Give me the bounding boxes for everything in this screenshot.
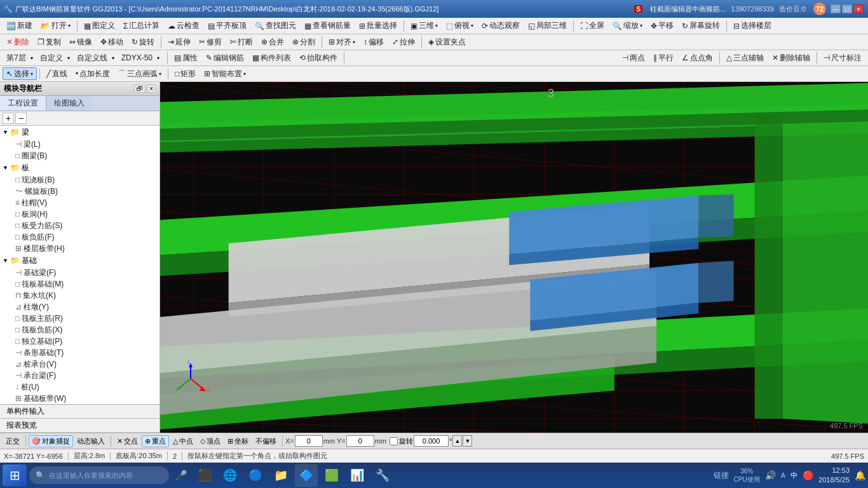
panel-float-button[interactable]: 🗗 — [134, 85, 146, 93]
tree-item-isolated-found[interactable]: □ 独立基础(P) — [0, 336, 159, 347]
tree-item-floor-band[interactable]: ⊞ 楼层板带(H) — [0, 243, 159, 254]
align-button[interactable]: ⊞ 对齐 ▾ — [325, 36, 359, 48]
no-offset-button[interactable]: 不偏移 — [252, 435, 280, 447]
line-button[interactable]: ╱ 直线 — [43, 67, 71, 80]
maximize-button[interactable]: □ — [842, 4, 852, 13]
object-snap-button[interactable]: 🎯 对象捕捉 — [29, 435, 73, 447]
tree-item-slab-hole[interactable]: □ 板洞(H) — [0, 208, 159, 220]
tree-item-pile-cap[interactable]: ⊿ 桩承台(V) — [0, 358, 159, 370]
align-top-button[interactable]: ▤ 平齐板顶 — [204, 20, 250, 32]
endpoint-button[interactable]: ⊕ 重点 — [142, 435, 169, 447]
tree-item-col-cap[interactable]: ≡ 柱帽(V) — [0, 197, 159, 208]
angle-button[interactable]: ∠ 点点角 — [678, 51, 717, 64]
tree-item-spiral-slab[interactable]: 〜 螺旋板(B) — [0, 186, 159, 197]
nav-tab-draw[interactable]: 绘图输入 — [46, 96, 92, 111]
single-element-button[interactable]: 单构件输入 — [0, 405, 159, 419]
section-foundation[interactable]: ▼ 📁 基础 — [0, 254, 159, 267]
y-input[interactable] — [346, 435, 374, 447]
zoom-button[interactable]: 🔍 缩放 ▾ — [609, 20, 646, 32]
tree-item-raft-main-rebar[interactable]: □ 筏板主筋(R) — [0, 313, 159, 324]
spec-selector[interactable]: ZDYX-50 — [118, 51, 156, 64]
clock[interactable]: 12:53 2018/5/25 — [818, 466, 850, 485]
viewport[interactable]: 3 D 2 B Z X Y 497.5 — [160, 82, 868, 433]
element-list-button[interactable]: ▦ 构件列表 — [248, 51, 295, 64]
taskbar-icon-task-view[interactable]: ⬛ — [193, 464, 216, 487]
new-button[interactable]: 🆕 新建 — [3, 20, 36, 32]
intersection-button[interactable]: ✕ 交点 — [114, 435, 141, 447]
break-button[interactable]: ✄ 打断 — [226, 36, 257, 48]
minimize-button[interactable]: — — [831, 4, 841, 13]
dynamic-input-button[interactable]: 动态输入 — [74, 435, 108, 447]
offset-button[interactable]: ↕ 偏移 — [360, 36, 388, 48]
dimension-button[interactable]: ⊣ 尺寸标注 — [820, 51, 865, 64]
taskbar-icon-app1[interactable]: 🔷 — [295, 464, 318, 487]
ime-icon[interactable]: 中 — [790, 471, 797, 480]
x-input[interactable] — [295, 435, 323, 447]
tree-item-pile[interactable]: ↓ 桩(U) — [0, 381, 159, 393]
notification-button[interactable]: 🔔 — [855, 470, 865, 480]
start-button[interactable]: ⊞ — [3, 464, 27, 486]
3d-button[interactable]: ▣ 三维 ▾ — [407, 20, 442, 32]
calc-button[interactable]: Σ 汇总计算 — [119, 20, 163, 32]
tree-item-cap-beam[interactable]: ⊣ 承台梁(F) — [0, 370, 159, 381]
tree-item-found-band[interactable]: ⊞ 基础板带(W) — [0, 393, 159, 404]
dynamic-view-button[interactable]: ⟳ 动态观察 — [478, 20, 524, 32]
close-button[interactable]: × — [853, 4, 864, 13]
pick-element-button[interactable]: ⟲ 抬取构件 — [295, 51, 341, 64]
remove-element-button[interactable]: − — [15, 112, 27, 124]
trim-button[interactable]: ✂ 修剪 — [195, 36, 226, 48]
ortho-button[interactable]: 正交 — [3, 435, 23, 447]
set-grip-button[interactable]: ◈ 设置夹点 — [424, 36, 470, 48]
tree-item-beam-l[interactable]: ⊣ 梁(L) — [0, 139, 159, 150]
property-button[interactable]: ▤ 属性 — [170, 51, 201, 64]
panel-close-button[interactable]: × — [147, 85, 156, 93]
section-beam[interactable]: ▼ 📁 梁 — [0, 126, 159, 139]
taskbar-icon-file-explorer[interactable]: 📁 — [269, 464, 292, 487]
edit-rebar-button[interactable]: ✎ 编辑钢筋 — [202, 51, 248, 64]
screen-rotate-button[interactable]: ↻ 屏幕旋转 — [678, 20, 724, 32]
delete-axis-button[interactable]: ✕ 删除辅轴 — [768, 51, 814, 64]
stretch-button[interactable]: ⤢ 拉伸 — [388, 36, 419, 48]
taskbar-icon-app3[interactable]: 📊 — [346, 464, 369, 487]
smart-layout-button[interactable]: ⊞ 智能布置 ▾ — [200, 67, 250, 80]
mirror-button[interactable]: ⇔ 镜像 — [65, 36, 96, 48]
select-floor-button[interactable]: ⊟ 选择楼层 — [729, 20, 775, 32]
layer-selector[interactable]: 第7层 — [3, 51, 30, 64]
extend-button[interactable]: ⇥ 延伸 — [164, 36, 194, 48]
tree-item-strip-found[interactable]: ⊣ 条形基础(T) — [0, 347, 159, 358]
rotate-input[interactable] — [414, 435, 449, 447]
merge-button[interactable]: ⊕ 合并 — [257, 36, 288, 48]
copy-button[interactable]: ❐ 复制 — [34, 36, 65, 48]
move-button[interactable]: ✥ 移动 — [97, 36, 127, 48]
lang-icon[interactable]: A — [781, 471, 785, 479]
angle-down-button[interactable]: ▼ — [463, 435, 472, 447]
add-element-button[interactable]: + — [3, 112, 14, 124]
taskbar-icon-ie[interactable]: 🔵 — [244, 464, 267, 487]
pan-button[interactable]: ✥ 平移 — [647, 20, 677, 32]
three-point-axis-button[interactable]: △ 三点辅轴 — [722, 51, 768, 64]
tree-item-cast-slab[interactable]: □ 现浇板(B) — [0, 174, 159, 186]
midpoint-button[interactable]: △ 中点 — [170, 435, 196, 447]
tree-item-beam-b[interactable]: □ 圈梁(B) — [0, 150, 159, 161]
coord-button[interactable]: ⊞ 坐标 — [224, 435, 252, 447]
angle-up-button[interactable]: ▲ — [452, 435, 462, 447]
cloud-check-button[interactable]: ☁ 云检查 — [164, 20, 203, 32]
taskbar-icon-app4[interactable]: 🔧 — [371, 464, 394, 487]
tree-item-col-pedestal[interactable]: ⊿ 柱墩(Y) — [0, 301, 159, 313]
arc-button[interactable]: ⌒ 三点画弧 ▾ — [114, 67, 165, 80]
nav-tab-settings[interactable]: 工程设置 — [0, 96, 46, 111]
tree-item-found-beam[interactable]: ⊣ 基础梁(F) — [0, 267, 159, 278]
section-slab[interactable]: ▼ 📁 板 — [0, 161, 159, 174]
layer-def-selector[interactable]: 自定义 — [36, 51, 67, 64]
search-bar[interactable]: 🔍 在这里输入你要搜索的内容 — [29, 466, 169, 484]
split-button[interactable]: ⊗ 分割 — [288, 36, 319, 48]
batch-select-button[interactable]: ⊞ 批量选择 — [355, 20, 401, 32]
open-button[interactable]: 📂 打开 ▾ — [37, 20, 74, 32]
tree-item-sump[interactable]: ⊓ 集水坑(K) — [0, 290, 159, 301]
security-icon[interactable]: 🔴 — [803, 470, 813, 480]
topview-button[interactable]: ⬚ 俯视 ▾ — [442, 20, 477, 32]
tree-item-raft-found[interactable]: □ 筏板基础(M) — [0, 278, 159, 290]
select-mode-button[interactable]: ↖ 选择 ▾ — [3, 67, 37, 80]
volume-icon[interactable]: 🔊 — [765, 470, 776, 480]
view-rebar-button[interactable]: ▦ 查看钢筋量 — [301, 20, 355, 32]
